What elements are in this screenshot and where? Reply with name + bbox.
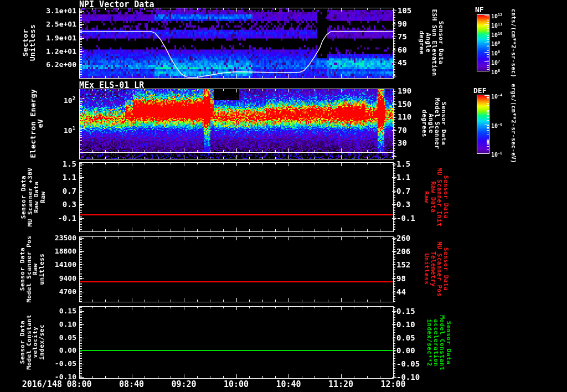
y-tick-label: 0.15 [396,307,415,316]
y-tick-label: 0.3 [396,200,410,209]
y-tick-label: 260 [396,234,410,243]
y-tick-label: 206 [396,247,410,256]
x-tick-label: 11:20 [319,380,363,389]
y-tick-label: 9400 [59,274,76,283]
y-tick-label: 10-8 [491,149,502,159]
exponent: 8 [498,50,500,54]
panel3-right-axis-label: Sensor Data MU Scanner Init Raw Data Raw [424,168,449,227]
axis-label-line: Angle [425,9,432,76]
y-tick-label: 150 [398,100,411,109]
axis-label-line: Sensor Data [443,241,450,297]
y-tick-label: 44 [396,287,406,296]
y-tick-label: 10-6 [491,120,502,131]
panel5-right-axis-label: Sensor Data Model Constant acceleration … [426,315,452,370]
y-tick-label: 106 [491,66,500,77]
panel1-title: NPI Vector Data [79,0,154,9]
y-tick-label: 18800 [55,247,76,256]
y-tick-label: 190 [398,86,411,95]
colorbar-nf-unit: cnts/(cm**2-sr-sec) [511,9,516,78]
axis-label-line: Raw [40,168,47,227]
exponent: -4 [498,93,502,97]
plot-page: NPI Vector Data MEx ELS-01 LR Sector Uni… [0,0,567,392]
y-tick-label: 4700 [59,287,76,296]
colorbar-def-title: DEF [473,86,486,95]
colorbar-def-unit: ergs/(cm**2-sr-sec-eV) [511,84,516,163]
x-tick-label: 08:40 [110,380,154,389]
y-tick-label: 0.00 [59,346,76,355]
y-tick-label: 0.00 [396,346,415,355]
y-tick-label: 0.3 [63,200,76,209]
axis-label-line: Sensor Data [19,314,26,370]
panel4-right-axis-label: Sensor Data MU Scanner Pos Telemetry Uni… [424,241,449,297]
exponent: 12 [498,13,502,17]
axis-label-line: Angle [428,98,435,149]
exponent: 1 [73,126,75,131]
panel2-right-axis-label: Sensor Data Model Scanner Angle degrees [421,98,447,149]
y-tick-label: 0.15 [59,307,76,316]
y-tick-label: 0.7 [396,187,410,195]
exponent: 10 [498,32,502,36]
y-tick-label: -0.05 [55,359,76,368]
exponent: 9 [498,40,500,45]
y-tick-label: 75 [398,32,407,41]
y-tick-label: 2.5e+01 [46,20,76,29]
plot-canvas [0,0,567,392]
y-tick-label: 23500 [55,234,76,243]
axis-label-line: degree [419,9,425,76]
y-tick-label: 45 [398,58,407,67]
y-tick-label: 0.10 [396,320,415,329]
axis-label-line: index/sec [39,314,45,370]
axis-label-line: Sensor Data [443,168,450,227]
y-tick-label: 0.05 [59,333,76,342]
axis-label-line: MU Scanner Pos [436,241,443,297]
panel5-y-axis-label: Sensor Data Model Constant velocity inde… [19,314,45,370]
y-tick-label: 1.1 [63,173,76,182]
panel2-y-axis-label: Electron Energy eV [29,89,44,158]
y-tick-label: 101 [64,124,75,135]
axis-label-line: Unitless [424,241,430,297]
axis-label-line: Telemetry [430,241,437,297]
y-tick-label: 1.9e+01 [46,34,76,43]
panel3-y-axis-label: Sensor Data MU Scanner +30V Raw Data Raw [20,168,46,227]
axis-label-line: eV [37,89,44,158]
y-tick-label: 60 [398,45,407,54]
axis-label-line: ESH Sun Elevation [431,9,438,76]
x-tick-label: 12:00 [371,380,415,389]
panel1-y-axis-label: Sector Unitless [22,24,36,61]
axis-label-line: Sensor Data [20,168,27,227]
y-tick-label: 30 [398,138,407,147]
axis-label-line: index/sec**2 [426,315,433,370]
y-tick-label: 110 [398,112,411,121]
y-tick-label: -0.1 [58,214,76,223]
axis-label-line: acceleration [433,315,440,370]
axis-label-line: Model Constant [439,315,446,370]
y-tick-label: 1.5 [63,159,76,168]
y-tick-label: 105 [398,6,411,15]
y-tick-label: 14100 [55,260,76,269]
y-tick-label: 0.7 [63,187,76,195]
y-tick-label: 10-4 [491,91,502,101]
axis-label-line: Model Scanner [434,98,441,149]
x-tick-label: 08:00 [57,380,101,389]
axis-label-line: unitless [39,235,45,302]
axis-label-line: Raw [424,168,430,227]
x-tick-label: 10:40 [266,380,311,389]
axis-label-line: Raw Data [430,168,437,227]
axis-label-line: Raw [32,235,39,302]
y-tick-label: 102 [64,94,75,105]
axis-label-line: Sensor Data [438,9,445,76]
exponent: 7 [498,59,500,64]
y-tick-label: 98 [396,274,406,283]
y-tick-label: -0.05 [396,359,420,368]
exponent: -8 [498,151,502,156]
axis-label-line: Sensor Data [446,315,452,370]
axis-label-line: degrees [421,98,428,149]
panel1-right-axis-label: Sensor Data ESH Sun Elevation Angle degr… [419,9,444,76]
x-tick-label: 10:00 [214,380,259,389]
panel2-title: MEx ELS-01 LR [79,81,144,90]
y-tick-label: 70 [398,126,407,135]
exponent: 11 [498,22,502,27]
y-tick-label: 1.2e+01 [46,47,76,56]
y-tick-label: 152 [396,260,410,269]
y-tick-label: 6.2e+00 [46,60,76,69]
